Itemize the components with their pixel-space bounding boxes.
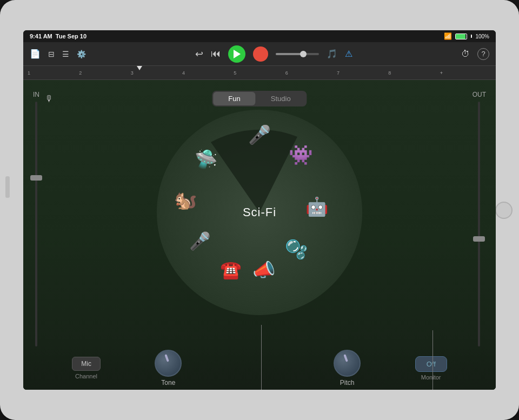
bottom-controls: Mic Channel Tone Pitch Off xyxy=(23,346,496,390)
mode-toggle: Fun Studio xyxy=(212,91,307,106)
ruler-mark-1: 1 xyxy=(28,70,79,76)
wheel-icon-telephone[interactable]: ☎️ xyxy=(220,259,242,280)
wheel-icon-robot[interactable]: 🤖 xyxy=(305,196,328,217)
list-icon[interactable]: ☰ xyxy=(62,50,69,58)
toolbar: 📄 ⊟ ☰ ⚙️ ↩ ⏮ xyxy=(23,42,496,66)
battery-tip xyxy=(471,35,472,38)
rewind-button[interactable]: ⏮ xyxy=(211,48,221,59)
toolbar-right: ⏱ ? xyxy=(461,48,489,60)
side-button[interactable] xyxy=(5,176,10,198)
ipad-frame: 9:41 AM Tue Sep 10 📶 100% 📄 ⊟ ☰ ⚙️ xyxy=(0,0,519,420)
battery-icon xyxy=(455,34,467,39)
callout-line-1 xyxy=(261,325,262,390)
in-fader-track xyxy=(35,102,37,346)
out-label: OUT xyxy=(473,91,486,98)
channel-label: Channel xyxy=(75,373,97,379)
pitch-label: Pitch xyxy=(340,379,355,386)
studio-mode-button[interactable]: Studio xyxy=(256,92,306,105)
play-icon xyxy=(234,50,241,58)
pitch-knob[interactable] xyxy=(334,350,361,377)
tone-knob[interactable] xyxy=(155,350,182,377)
main-content: IN 🎙 OUT Fun Studio xyxy=(23,80,496,390)
wheel-icon-ufo[interactable]: 🛸 xyxy=(195,148,217,170)
mix-icon[interactable]: ⚙️ xyxy=(77,50,86,58)
tone-knob-group: Tone xyxy=(155,350,182,386)
volume-slider[interactable] xyxy=(276,53,319,55)
fader-right: OUT xyxy=(473,91,486,346)
voice-wheel-container: Sci-Fi 🎤 👾 🤖 🫧 📣 ☎️ 🎤 xyxy=(157,110,362,315)
clock-icon[interactable]: ⏱ xyxy=(461,49,470,59)
document-icon[interactable]: 📄 xyxy=(30,49,41,59)
warning-icon[interactable]: ⚠ xyxy=(345,49,352,59)
ruler-mark-2: 2 xyxy=(79,70,130,76)
ruler-marks: 1 2 3 4 5 6 7 8 + xyxy=(28,70,491,76)
ruler-mark-5: 5 xyxy=(234,70,285,76)
status-bar: 9:41 AM Tue Sep 10 📶 100% xyxy=(23,30,496,42)
timeline-ruler: 1 2 3 4 5 6 7 8 + xyxy=(23,66,496,80)
home-button[interactable] xyxy=(495,202,513,219)
fader-left: IN xyxy=(33,91,39,346)
wheel-icon-megaphone[interactable]: 📣 xyxy=(252,259,275,281)
record-button[interactable] xyxy=(253,46,268,62)
ruler-mark-4: 4 xyxy=(182,70,234,76)
off-monitor-button[interactable]: Off xyxy=(415,356,447,372)
monitor-label: Monitor xyxy=(421,374,441,381)
pitch-knob-group: Pitch xyxy=(334,350,361,386)
wheel-icon-squirrel[interactable]: 🐿️ xyxy=(174,189,197,211)
mic-icon-decorative: 🎙 xyxy=(45,94,54,104)
wheel-icon-monster[interactable]: 👾 xyxy=(289,144,313,166)
toolbar-left: 📄 ⊟ ☰ ⚙️ xyxy=(30,49,86,59)
in-label: IN xyxy=(33,91,39,98)
out-fader-thumb[interactable] xyxy=(473,236,485,242)
voice-wheel[interactable]: Sci-Fi 🎤 👾 🤖 🫧 📣 ☎️ 🎤 xyxy=(157,110,362,315)
track-icon[interactable]: ⊟ xyxy=(48,50,55,58)
status-date: Tue Sep 10 xyxy=(56,33,86,39)
ruler-mark-8: 8 xyxy=(388,70,440,76)
status-time: 9:41 AM xyxy=(30,33,52,39)
wheel-icon-bubbles[interactable]: 🫧 xyxy=(285,238,308,260)
fun-mode-button[interactable]: Fun xyxy=(213,92,255,105)
wheel-icon-mic2[interactable]: 🎤 xyxy=(189,231,211,251)
wheel-icon-microphone[interactable]: 🎤 xyxy=(248,124,271,145)
ipad-screen: 9:41 AM Tue Sep 10 📶 100% 📄 ⊟ ☰ ⚙️ xyxy=(23,30,496,390)
out-fader-track xyxy=(478,102,480,346)
battery-percent: 100% xyxy=(475,34,489,39)
in-fader-thumb[interactable] xyxy=(30,175,42,181)
mic-channel-group: Mic Channel xyxy=(72,357,101,379)
tone-label: Tone xyxy=(161,379,175,386)
undo-button[interactable]: ↩ xyxy=(195,48,203,60)
callout-line-2 xyxy=(432,330,433,390)
monitor-group: Off Monitor xyxy=(415,356,447,381)
help-button[interactable]: ? xyxy=(477,48,489,60)
ruler-mark-7: 7 xyxy=(337,70,388,76)
mic-button[interactable]: Mic xyxy=(72,357,101,371)
toolbar-center: ↩ ⏮ 🎵 ⚠ xyxy=(195,45,352,63)
play-button[interactable] xyxy=(228,45,245,63)
wifi-icon: 📶 xyxy=(444,32,452,40)
ruler-mark-6: 6 xyxy=(285,70,337,76)
metronome-icon[interactable]: 🎵 xyxy=(327,49,337,59)
ruler-add[interactable]: + xyxy=(440,70,491,76)
